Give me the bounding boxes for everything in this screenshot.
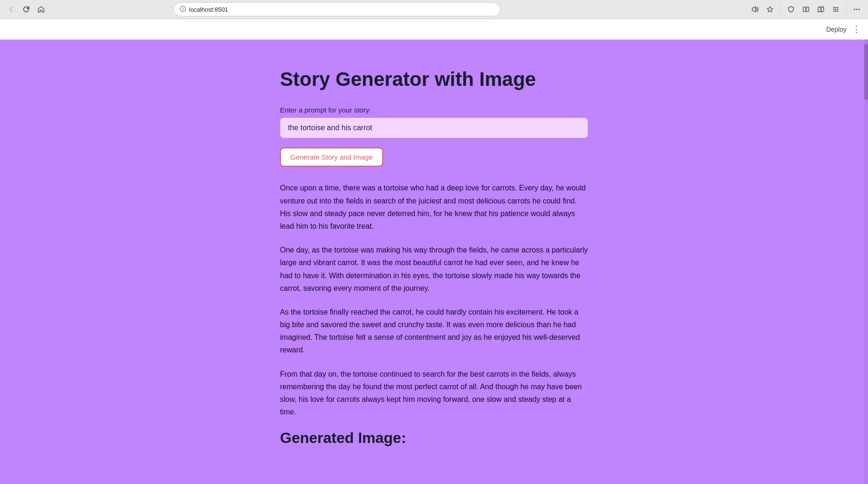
deploy-bar: Deploy ⋮ [0,19,868,40]
deploy-button[interactable]: Deploy [826,26,847,33]
prompt-label: Enter a prompt for your story: [280,106,588,114]
split-screen-button[interactable] [799,3,812,16]
story-paragraph-3: As the tortoise finally reached the carr… [280,306,588,357]
browser-chrome [0,0,868,19]
svg-point-5 [837,7,839,8]
info-icon [180,6,186,14]
generated-image-heading: Generated Image: [280,429,588,447]
reload-button[interactable] [20,3,33,16]
svg-rect-2 [806,7,809,12]
svg-point-9 [833,11,835,12]
home-button[interactable] [35,3,48,16]
shield-button[interactable] [784,3,798,16]
svg-point-7 [835,9,837,10]
prompt-input[interactable] [280,118,588,138]
browser-actions [749,3,863,16]
svg-rect-1 [803,7,805,12]
svg-point-12 [854,9,855,10]
browser-nav-buttons [5,3,48,16]
toolbar-divider-2 [846,5,847,14]
svg-point-4 [835,7,837,8]
svg-point-3 [833,7,835,8]
more-button[interactable] [850,3,863,16]
story-paragraph-4: From that day on, the tortoise continued… [280,368,588,419]
svg-point-8 [837,9,839,10]
page-title: Story Generator with Image [280,68,588,91]
back-button[interactable] [5,3,18,16]
svg-point-10 [835,11,837,12]
url-input[interactable] [189,6,494,13]
svg-point-11 [837,11,839,12]
read-aloud-button[interactable] [749,3,762,16]
main-container: Story Generator with Image Enter a promp… [271,68,597,447]
svg-point-14 [859,9,860,10]
toolbar-divider [780,5,781,14]
app-content: Story Generator with Image Enter a promp… [0,40,868,484]
story-paragraph-2: One day, as the tortoise was making his … [280,244,588,295]
generate-button[interactable]: Generate Story and Image [280,147,383,167]
scrollbar-thumb[interactable] [864,44,868,100]
address-bar[interactable] [174,2,500,16]
story-paragraph-1: Once upon a time, there was a tortoise w… [280,182,588,232]
browser-apps-button[interactable] [829,3,842,16]
collections-button[interactable] [814,3,827,16]
favorites-button[interactable] [763,3,777,16]
svg-point-6 [833,9,835,10]
deploy-menu-button[interactable]: ⋮ [852,24,861,35]
svg-point-13 [856,9,858,10]
scrollbar[interactable] [864,39,868,484]
browser-toolbar [0,0,868,19]
